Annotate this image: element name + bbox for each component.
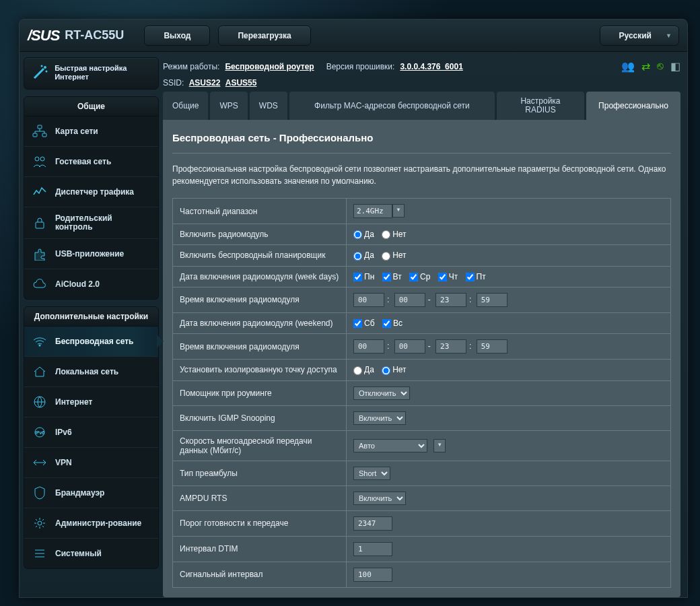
tabs: Общие WPS WDS Фильтр MAC-адресов беспров… — [163, 92, 680, 120]
tab-mac-filter[interactable]: Фильтр MAC-адресов беспроводной сети — [289, 92, 495, 120]
general-section-head: Общие — [24, 96, 159, 116]
logout-button[interactable]: Выход — [144, 26, 210, 46]
wand-icon — [31, 63, 49, 82]
quick-setup-button[interactable]: Быстрая настройка Интернет — [24, 57, 159, 90]
chk-tue[interactable] — [382, 273, 391, 281]
sidebar-item-usb[interactable]: USB-приложение — [24, 238, 158, 269]
ssid1-link[interactable]: ASUS22 — [189, 78, 221, 88]
logo: /SUSRT-AC55U — [28, 27, 124, 44]
puzzle-icon — [31, 246, 48, 262]
radio-yes[interactable] — [353, 230, 362, 239]
sidebar-item-traffic[interactable]: Диспетчер трафика — [24, 176, 158, 207]
ssid2-link[interactable]: ASUS55 — [225, 78, 257, 88]
svg-rect-8 — [36, 222, 44, 228]
sidebar-item-parental[interactable]: Родительский контроль — [24, 207, 158, 238]
igmp-select[interactable]: Включить — [353, 411, 406, 425]
sidebar-item-guest-network[interactable]: Гостевая сеть — [24, 146, 158, 176]
chk-fri[interactable] — [466, 273, 475, 281]
radio-no[interactable] — [382, 230, 390, 239]
band-select-btn[interactable] — [392, 204, 405, 217]
advanced-nav: Беспроводная сеть Локальная сеть Интерне… — [24, 327, 159, 569]
tab-professional[interactable]: Профессионально — [586, 92, 680, 120]
rts-input[interactable] — [353, 516, 392, 531]
mcast-extra-btn[interactable] — [433, 439, 446, 452]
sidebar-item-network-map[interactable]: Карта сети — [24, 116, 158, 146]
tab-radius[interactable]: Настройка RADIUS — [497, 92, 584, 120]
sidebar-item-wireless[interactable]: Беспроводная сеть — [24, 327, 158, 356]
ssid-line: SSID: ASUS22 ASUS55 — [163, 78, 680, 92]
cloud-icon — [31, 276, 48, 292]
network-map-icon — [31, 123, 48, 139]
sidebar-item-aicloud[interactable]: AiCloud 2.0 — [24, 269, 158, 299]
sidebar-item-lan[interactable]: Локальная сеть — [24, 356, 158, 386]
preamble-select[interactable]: Short — [353, 467, 390, 480]
settings-panel: Беспроводная сеть - Профессионально Проф… — [163, 120, 680, 597]
wifi-icon — [31, 333, 48, 349]
sidebar-item-ipv6[interactable]: IPv6IPv6 — [24, 417, 158, 447]
quick-setup-label: Быстрая настройка Интернет — [55, 64, 153, 81]
we-h1[interactable] — [353, 339, 384, 354]
sched-yes[interactable] — [353, 252, 362, 261]
beacon-input[interactable] — [353, 568, 392, 582]
wd-h1[interactable] — [353, 293, 384, 307]
reboot-button[interactable]: Перезагрузка — [218, 26, 310, 46]
svg-point-6 — [35, 157, 39, 161]
sidebar-item-wan[interactable]: Интернет — [24, 386, 158, 417]
sidebar-item-firewall[interactable]: Брандмауэр — [24, 477, 158, 508]
list-icon — [31, 545, 48, 562]
globe-icon — [31, 394, 48, 410]
svg-rect-4 — [33, 133, 37, 137]
roam-select[interactable]: Отключить — [353, 386, 410, 400]
svg-point-9 — [39, 345, 41, 347]
svg-point-13 — [38, 521, 42, 525]
chk-wed[interactable] — [409, 273, 418, 281]
wd-m1[interactable] — [394, 293, 425, 307]
tab-general[interactable]: Общие — [163, 92, 208, 120]
chk-sun[interactable] — [382, 319, 391, 328]
traffic-icon — [31, 184, 48, 200]
wd-m2[interactable] — [477, 293, 508, 307]
dtim-input[interactable] — [353, 542, 392, 556]
guest-icon — [31, 154, 48, 170]
sidebar-item-system[interactable]: Системный — [24, 538, 158, 568]
chk-thu[interactable] — [438, 273, 447, 281]
general-nav: Карта сети Гостевая сеть Диспетчер трафи… — [24, 116, 159, 300]
home-icon — [31, 364, 48, 380]
language-select[interactable]: Русский — [600, 26, 680, 46]
sidebar-item-admin[interactable]: Администри-рование — [24, 508, 158, 538]
ampdu-select[interactable]: Включить — [353, 492, 406, 505]
panel-description: Профессиональная настройка беспроводной … — [172, 154, 671, 198]
ipv6-icon: IPv6 — [31, 424, 48, 440]
apiso-no[interactable] — [382, 366, 390, 375]
sidebar-item-vpn[interactable]: VPN — [24, 447, 158, 477]
wd-h2[interactable] — [435, 293, 466, 307]
gear-icon — [31, 515, 48, 531]
mcast-select[interactable]: Авто — [353, 439, 427, 452]
top-bar: /SUSRT-AC55U Выход Перезагрузка Русский — [20, 20, 687, 52]
panel-title: Беспроводная сеть - Профессионально — [172, 129, 671, 154]
svg-point-2 — [40, 65, 42, 67]
we-m1[interactable] — [394, 339, 425, 354]
meta-bar: Режим работы: Беспроводной роутер Версия… — [163, 57, 680, 78]
usb-status-icon[interactable]: ⎋ — [657, 60, 664, 73]
signal-icon[interactable]: ◧ — [670, 60, 680, 73]
users-icon[interactable]: 👥 — [621, 60, 635, 73]
firmware-link[interactable]: 3.0.0.4.376_6001 — [400, 62, 462, 71]
svg-text:IPv6: IPv6 — [35, 430, 45, 435]
shield-icon — [31, 485, 48, 501]
we-m2[interactable] — [477, 339, 508, 354]
band-select[interactable]: 2.4GHz — [353, 204, 392, 218]
apiso-yes[interactable] — [353, 366, 362, 375]
tab-wps[interactable]: WPS — [210, 92, 247, 120]
settings-table: Частотный диапазон 2.4GHz Включить радио… — [172, 198, 671, 588]
lock-icon — [31, 215, 48, 231]
vpn-icon — [31, 454, 48, 471]
tab-wds[interactable]: WDS — [250, 92, 287, 120]
svg-rect-5 — [42, 133, 46, 137]
mode-link[interactable]: Беспроводной роутер — [225, 62, 314, 71]
chk-sat[interactable] — [353, 319, 362, 328]
chk-mon[interactable] — [353, 273, 362, 281]
network-status-icon[interactable]: ⇄ — [641, 60, 650, 73]
we-h2[interactable] — [435, 339, 466, 354]
sched-no[interactable] — [382, 252, 390, 261]
